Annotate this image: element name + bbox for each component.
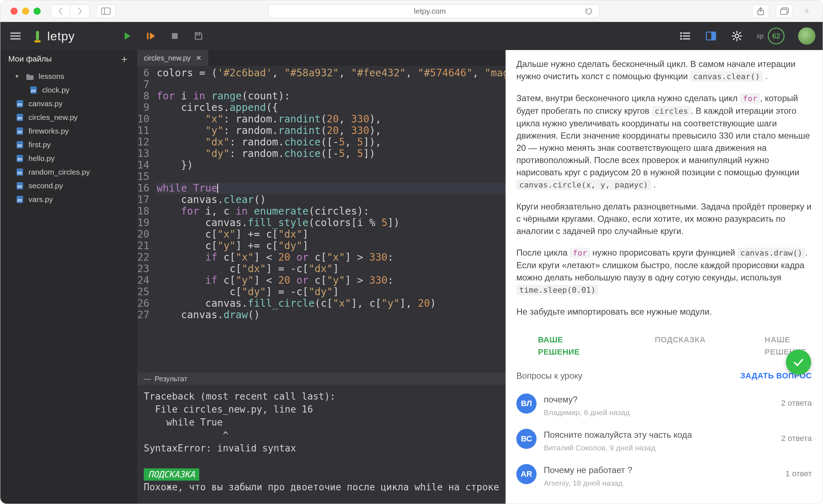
run-button[interactable] [122,31,133,41]
settings-button[interactable] [731,30,743,42]
question-meta: Arseniy, 18 дней назад [544,477,778,489]
file-item[interactable]: pyfireworks.py [0,124,137,138]
editor-tab-active[interactable]: circles_new.py ✕ [137,50,209,66]
gear-icon [731,31,742,41]
svg-line-29 [739,32,740,33]
svg-line-27 [739,39,740,40]
lessons-list-button[interactable] [679,30,691,42]
window-zoom-icon[interactable] [34,8,41,15]
save-icon [194,32,203,40]
tabs-button[interactable] [776,4,793,18]
xp-indicator: xp 62 [757,28,784,44]
svg-rect-8 [36,31,39,40]
url-bar[interactable]: letpy.com [268,4,600,18]
svg-rect-0 [102,8,110,14]
svg-rect-10 [147,33,148,39]
file-label: first.py [28,139,51,150]
tab-our-solution[interactable]: НАШЕ РЕШЕНИЕ [743,329,823,363]
step-icon [146,32,156,40]
play-icon [123,32,131,40]
code-editor[interactable]: 6789101112131415161718192021222324252627… [137,66,506,373]
url-text: letpy.com [275,7,585,15]
hint-text: Похоже, что вы забыли про двоеточие посл… [144,482,516,492]
app-header: letpy [0,22,823,50]
sidebar-toggle-button[interactable] [96,4,116,18]
book-icon [706,31,716,41]
check-button[interactable] [786,350,811,375]
reader-button[interactable] [705,30,717,42]
window-close-icon[interactable] [10,8,18,15]
result-heading: Результат [155,375,187,383]
nav-forward-button[interactable] [70,4,90,18]
avatar[interactable] [798,27,815,45]
save-button[interactable] [193,31,204,41]
solution-tabs: ВАШЕ РЕШЕНИЕ ПОДСКАЗКА НАШЕ РЕШЕНИЕ [506,329,823,363]
file-item[interactable]: pyvars.py [0,193,137,206]
question-item[interactable]: ВЛпочему?Владимир, 6 дней назад2 ответа [516,388,812,424]
question-item[interactable]: ARПочему не работает ?Arseniy, 18 дней н… [516,459,812,494]
editor-tabs: circles_new.py ✕ [137,50,506,66]
svg-text:py: py [18,170,23,175]
question-item[interactable]: ВСПоясните пожалуйста эту часть кодаВита… [516,424,812,459]
svg-line-26 [733,32,734,33]
traceback-text: Traceback (most recent call last): File … [144,391,335,454]
result-header[interactable]: — Результат [137,373,506,385]
hint-chip: ПОДСКАЗКА [144,468,199,481]
stop-button[interactable] [169,31,180,41]
svg-point-17 [680,38,682,40]
close-tab-icon[interactable]: ✕ [196,54,202,62]
run-step-button[interactable] [146,31,156,41]
file-item[interactable]: pyhello.py [0,152,137,165]
editor-column: circles_new.py ✕ 67891011121314151617181… [137,50,506,504]
instr-p3: Круги необязательно делать разноцветными… [516,201,812,237]
instr-p4: После цикла for нужно прорисовать круги … [516,247,812,296]
file-item[interactable]: pyclock.py [0,83,137,97]
svg-text:py: py [31,88,36,93]
tab-your-solution[interactable]: ВАШЕ РЕШЕНИЕ [516,329,601,363]
tab-hint[interactable]: ПОДСКАЗКА [633,329,727,363]
list-icon [680,31,690,41]
file-item[interactable]: pyrandom_circles.py [0,165,137,179]
svg-text:py: py [18,102,23,106]
file-item[interactable]: pysecond.py [0,179,137,193]
question-title: Поясните пожалуйста эту часть кода [544,429,774,441]
menu-button[interactable] [8,28,23,44]
new-tab-button[interactable]: + [800,4,814,18]
svg-point-13 [680,32,682,34]
logo-icon [33,29,42,43]
check-icon [792,356,805,368]
svg-text:py: py [18,116,23,120]
svg-rect-9 [34,40,41,42]
svg-rect-20 [711,32,715,40]
file-label: second.py [28,180,63,191]
window-minimize-icon[interactable] [22,8,29,15]
python-file-icon: py [15,99,24,108]
python-file-icon: py [15,195,24,204]
collapse-icon[interactable]: — [144,375,151,383]
brand-name: letpy [47,29,75,43]
browser-titlebar: letpy.com + [0,0,823,22]
caret-down-icon: ▾ [15,71,21,82]
svg-rect-12 [197,33,200,35]
editor-tab-label: circles_new.py [144,54,191,62]
result-output: Traceback (most recent call last): File … [137,385,506,504]
questions-section: Вопросы к уроку ЗАДАТЬ ВОПРОС ВЛпочему?В… [506,363,823,494]
question-answer-count: 2 ответа [781,429,812,445]
reload-icon[interactable] [585,7,593,15]
files-panel: Мои файлы ＋ ▾lessonspyclock.pypycanvas.p… [0,50,137,504]
nav-back-button[interactable] [51,4,70,18]
file-item[interactable]: pyfirst.py [0,138,137,152]
folder-icon [26,72,34,81]
questions-heading: Вопросы к уроку [516,370,582,382]
instr-p2: Затем, внутри бесконечного цикла нужно с… [516,92,812,191]
brand[interactable]: letpy [33,29,75,43]
share-button[interactable] [752,4,769,18]
folder-item[interactable]: ▾lessons [0,69,137,83]
python-file-icon: py [15,140,24,149]
file-item[interactable]: pycircles_new.py [0,111,137,124]
python-file-icon: py [15,168,24,176]
question-title: Почему не работает ? [544,464,778,476]
new-file-button[interactable]: ＋ [119,52,129,66]
instr-p5: Не забудьте импортировать все нужные мод… [516,306,812,318]
file-item[interactable]: pycanvas.py [0,97,137,111]
